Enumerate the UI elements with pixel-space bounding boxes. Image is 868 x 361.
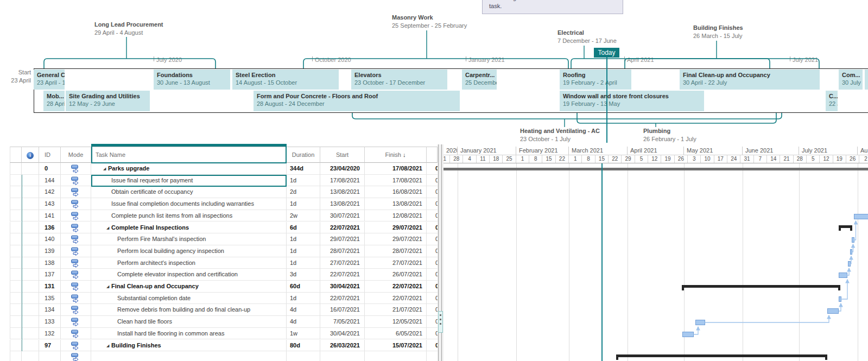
cell-finish[interactable]: 16/08/2021 [365, 186, 427, 198]
column-header-info[interactable]: i [22, 147, 39, 163]
timescale-week-cell[interactable]: 31 [740, 155, 753, 163]
cell-task-name[interactable]: Issue final completion documents includi… [91, 198, 287, 210]
cell-id[interactable]: 97 [39, 340, 61, 352]
cell-gutter[interactable] [10, 222, 22, 234]
cell-id[interactable]: 131 [39, 281, 61, 293]
cell-gutter[interactable] [10, 293, 22, 305]
timeline-task-bar[interactable]: Com...30 July [839, 69, 863, 90]
timescale-month-cell[interactable]: April 2021 [628, 147, 684, 155]
column-header-mode[interactable]: Mode [61, 147, 91, 163]
cell-finish[interactable]: 17/08/2021 [365, 163, 427, 175]
cell-duration[interactable]: 2d [287, 186, 320, 198]
gantt-task-bar-138[interactable] [848, 261, 851, 267]
cell-finish[interactable]: 21/07/2021 [365, 304, 427, 316]
collapse-triangle-icon[interactable]: ◢ [106, 281, 109, 293]
cell-mode[interactable] [61, 222, 91, 234]
cell-stub[interactable]: 0 [427, 257, 438, 269]
cell-stub[interactable]: 0 [427, 186, 438, 198]
timescale-week-cell[interactable]: 11 [477, 155, 490, 163]
cell-info[interactable] [22, 210, 39, 222]
cell-gutter[interactable] [10, 316, 22, 328]
cell-mode[interactable] [61, 351, 91, 361]
cell-duration[interactable]: 1d [287, 175, 320, 187]
timescale-week-cell[interactable]: 28 [794, 155, 807, 163]
column-header-duration[interactable]: Duration [287, 147, 320, 163]
timescale-week-cell[interactable]: 8 [529, 155, 542, 163]
cell-task-name[interactable]: Complete elevator inspection and certifi… [91, 269, 287, 281]
collapse-triangle-icon[interactable]: ◢ [106, 340, 109, 352]
column-header-gutter[interactable] [10, 147, 22, 163]
cell-stub[interactable]: 0 [427, 175, 438, 187]
collapse-triangle-icon[interactable]: ◢ [103, 163, 106, 175]
timescale-week-cell[interactable]: 4 [463, 155, 476, 163]
cell-info[interactable] [22, 175, 39, 187]
table-row[interactable]: 141Complete punch list items from all in… [10, 210, 438, 222]
timeline-task-bar[interactable]: Window wall and store front closures19 F… [560, 91, 704, 111]
cell-task-name[interactable]: Perform local building agency inspection [91, 245, 287, 257]
cell-start[interactable]: 30/04/2021 [320, 281, 365, 293]
cell-duration[interactable]: 4d [287, 304, 320, 316]
splitter-handle[interactable] [438, 311, 443, 333]
cell-gutter[interactable] [10, 245, 22, 257]
table-row[interactable]: 139Perform local building agency inspect… [10, 245, 438, 257]
cell-info[interactable] [22, 163, 39, 175]
timescale-month-cell[interactable]: Au [858, 147, 868, 155]
cell-start[interactable]: 22/07/2021 [320, 222, 365, 234]
cell-duration[interactable]: 80d [287, 340, 320, 352]
cell-id[interactable]: 138 [39, 257, 61, 269]
timescale-week-cell[interactable]: 22 [556, 155, 569, 163]
cell-id[interactable]: 144 [39, 175, 61, 187]
cell-gutter[interactable] [10, 257, 22, 269]
cell-gutter[interactable] [10, 186, 22, 198]
cell-start[interactable] [320, 351, 365, 361]
timescale-week-cell[interactable]: 18 [490, 155, 503, 163]
cell-start[interactable]: 29/07/2021 [320, 233, 365, 245]
cell-finish[interactable]: 22/07/2021 [365, 293, 427, 305]
cell-duration[interactable]: 4d [287, 316, 320, 328]
cell-start[interactable]: 28/07/2021 [320, 245, 365, 257]
cell-mode[interactable] [61, 328, 91, 340]
cell-mode[interactable] [61, 304, 91, 316]
cell-start[interactable]: 30/04/2021 [320, 328, 365, 340]
table-row[interactable]: 136◢Complete Final Inspections6d22/07/20… [10, 222, 438, 234]
cell-start[interactable]: 16/07/2021 [320, 304, 365, 316]
timeline-task-bar[interactable]: C...22 J [826, 91, 838, 111]
cell-stub[interactable]: 0 [427, 245, 438, 257]
cell-id[interactable]: 139 [39, 245, 61, 257]
cell-mode[interactable] [61, 340, 91, 352]
timescale-month-cell[interactable]: March 2021 [569, 147, 628, 155]
cell-finish[interactable]: 12/08/2021 [365, 210, 427, 222]
timescale-week-cell[interactable]: 21 [443, 155, 450, 163]
cell-id[interactable]: 143 [39, 198, 61, 210]
cell-stub[interactable]: 0 [427, 222, 438, 234]
timescale-week-cell[interactable]: 25 [503, 155, 516, 163]
cell-duration[interactable]: 1d [287, 233, 320, 245]
gantt-task-bar-132[interactable] [682, 332, 694, 337]
timeline-task-bar[interactable]: Form and Pour Concrete - Floors and Roof… [254, 91, 460, 111]
cell-mode[interactable] [61, 163, 91, 175]
cell-info[interactable] [22, 351, 39, 361]
column-header-task[interactable]: Task Name [91, 147, 287, 163]
timescale-week-cell[interactable]: 7 [754, 155, 767, 163]
cell-task-name[interactable]: Complete punch list items from all inspe… [91, 210, 287, 222]
cell-info[interactable] [22, 281, 39, 293]
cell-duration[interactable]: 1d [287, 257, 320, 269]
cell-info[interactable] [22, 222, 39, 234]
cell-task-name[interactable]: Perform architect's inspection [91, 257, 287, 269]
timescale-week-cell[interactable]: 26 [846, 155, 859, 163]
gantt-task-bar-139[interactable] [850, 249, 853, 255]
column-header-id[interactable]: ID [39, 147, 61, 163]
cell-gutter[interactable] [10, 351, 22, 361]
gantt-summary-bar-97[interactable] [616, 354, 827, 360]
timescale-week-cell[interactable]: 5 [635, 155, 648, 163]
cell-gutter[interactable] [10, 269, 22, 281]
gantt-summary-bar-131[interactable] [682, 285, 840, 290]
cell-id[interactable]: 0 [39, 163, 61, 175]
column-header-start[interactable]: Start [320, 147, 365, 163]
cell-info[interactable] [22, 293, 39, 305]
table-row[interactable]: 133Clean hard tile floors4d7/05/202112/0… [10, 316, 438, 328]
timeline-task-bar[interactable]: Elevators23 October - 17 December [351, 69, 447, 90]
cell-stub[interactable]: 0 [427, 163, 438, 175]
cell-start[interactable]: 22/07/2021 [320, 293, 365, 305]
gantt-task-bar-141[interactable] [854, 214, 868, 219]
